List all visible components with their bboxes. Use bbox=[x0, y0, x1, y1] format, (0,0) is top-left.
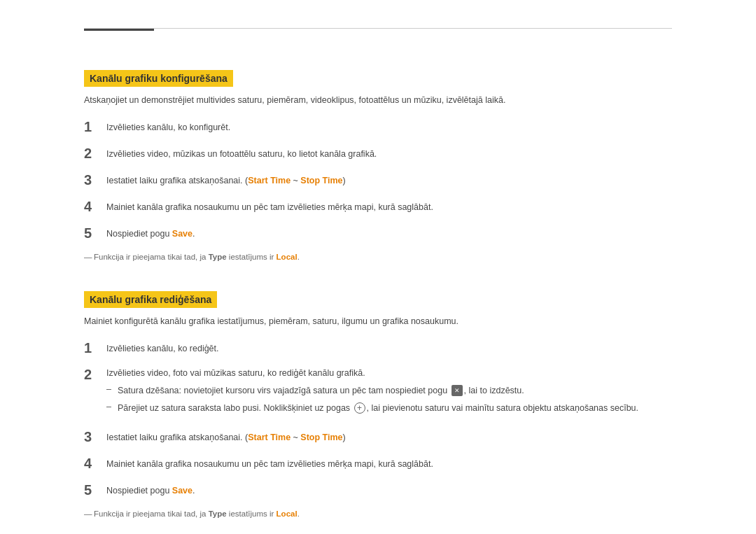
step-item: 5 Nospiediet pogu Save. bbox=[84, 482, 672, 498]
step-text: Iestatiet laiku grafika atskaņošanai. (S… bbox=[106, 171, 346, 188]
local-label: Local bbox=[276, 253, 298, 261]
step-item: 3 Iestatiet laiku grafika atskaņošanai. … bbox=[84, 171, 672, 188]
step-number: 5 bbox=[84, 225, 106, 241]
step-item: 2 Izvēlieties video, foto vai mūzikas sa… bbox=[84, 366, 672, 419]
section2-steps: 1 Izvēlieties kanālu, ko rediģēt. 2 Izvē… bbox=[84, 339, 672, 499]
step-number: 2 bbox=[84, 366, 106, 383]
top-divider bbox=[84, 28, 672, 29]
step-number: 1 bbox=[84, 339, 106, 356]
step-item: 4 Mainiet kanāla grafika nosaukumu un pē… bbox=[84, 198, 672, 215]
start-time-label2: Start Time bbox=[248, 433, 290, 442]
step-content: Izvēlieties video, foto vai mūzikas satu… bbox=[106, 366, 638, 419]
step-item: 1 Izvēlieties kanālu, ko konfigurēt. bbox=[84, 118, 672, 135]
section2-footnote: Funkcija ir pieejama tikai tad, ja Type … bbox=[84, 508, 672, 520]
step-text: Iestatiet laiku grafika atskaņošanai. (S… bbox=[106, 428, 346, 444]
step-item: 1 Izvēlieties kanālu, ko rediģēt. bbox=[84, 339, 672, 356]
page-container: Kanālu grafiku konfigurēšana Atskaņojiet… bbox=[0, 0, 756, 534]
sub-text: Pārejiet uz satura saraksta labo pusi. N… bbox=[118, 402, 638, 415]
sub-list: – Satura dzēšana: novietojiet kursoru vi… bbox=[106, 384, 638, 415]
step-number: 3 bbox=[84, 428, 106, 445]
section1-description: Atskaņojiet un demonstrējiet multivides … bbox=[84, 94, 672, 107]
step-item: 2 Izvēlieties video, mūzikas un fotoattē… bbox=[84, 145, 672, 162]
section1-title: Kanālu grafiku konfigurēšana bbox=[84, 70, 233, 87]
step-text: Izvēlieties kanālu, ko konfigurēt. bbox=[106, 118, 230, 134]
type-label: Type bbox=[209, 253, 227, 261]
step-text: Mainiet kanāla grafika nosaukumu un pēc … bbox=[106, 455, 433, 471]
step-item: 4 Mainiet kanāla grafika nosaukumu un pē… bbox=[84, 455, 672, 472]
plus-icon: + bbox=[354, 402, 365, 414]
step-number: 5 bbox=[84, 482, 106, 498]
save-label2: Save bbox=[172, 486, 192, 496]
step-text: Izvēlieties kanālu, ko rediģēt. bbox=[106, 339, 219, 356]
section2-title: Kanālu grafika rediģēšana bbox=[84, 291, 217, 308]
step-text: Izvēlieties video, foto vai mūzikas satu… bbox=[106, 366, 365, 378]
step-text: Mainiet kanāla grafika nosaukumu un pēc … bbox=[106, 198, 433, 214]
step-text: Nospiediet pogu Save. bbox=[106, 482, 195, 498]
step-text: Izvēlieties video, mūzikas un fotoattēlu… bbox=[106, 145, 377, 161]
save-label: Save bbox=[172, 229, 192, 239]
sub-text: Satura dzēšana: novietojiet kursoru virs… bbox=[118, 384, 524, 398]
section1-steps: 1 Izvēlieties kanālu, ko konfigurēt. 2 I… bbox=[84, 118, 672, 241]
step-item: 5 Nospiediet pogu Save. bbox=[84, 225, 672, 241]
local-label2: Local bbox=[276, 510, 298, 518]
step-number: 4 bbox=[84, 198, 106, 215]
step-number: 4 bbox=[84, 455, 106, 472]
start-time-label: Start Time bbox=[248, 176, 290, 185]
delete-icon: ✕ bbox=[451, 385, 463, 396]
section2: Kanālu grafika rediģēšana Mainiet konfig… bbox=[84, 277, 672, 521]
stop-time-label2: Stop Time bbox=[300, 433, 342, 442]
step-item: 3 Iestatiet laiku grafika atskaņošanai. … bbox=[84, 428, 672, 445]
section1: Kanālu grafiku konfigurēšana Atskaņojiet… bbox=[84, 56, 672, 263]
section2-description: Mainiet konfigurētā kanālu grafika iesta… bbox=[84, 315, 672, 328]
stop-time-label: Stop Time bbox=[300, 176, 342, 185]
step-number: 3 bbox=[84, 171, 106, 188]
section1-footnote: Funkcija ir pieejama tikai tad, ja Type … bbox=[84, 251, 672, 263]
step-number: 2 bbox=[84, 145, 106, 162]
sub-dash: – bbox=[106, 384, 118, 394]
step-text: Nospiediet pogu Save. bbox=[106, 225, 195, 241]
sub-item: – Satura dzēšana: novietojiet kursoru vi… bbox=[106, 384, 638, 398]
type-label2: Type bbox=[209, 510, 227, 518]
sub-item: – Pārejiet uz satura saraksta labo pusi.… bbox=[106, 402, 638, 415]
step-number: 1 bbox=[84, 118, 106, 135]
sub-dash: – bbox=[106, 402, 118, 412]
